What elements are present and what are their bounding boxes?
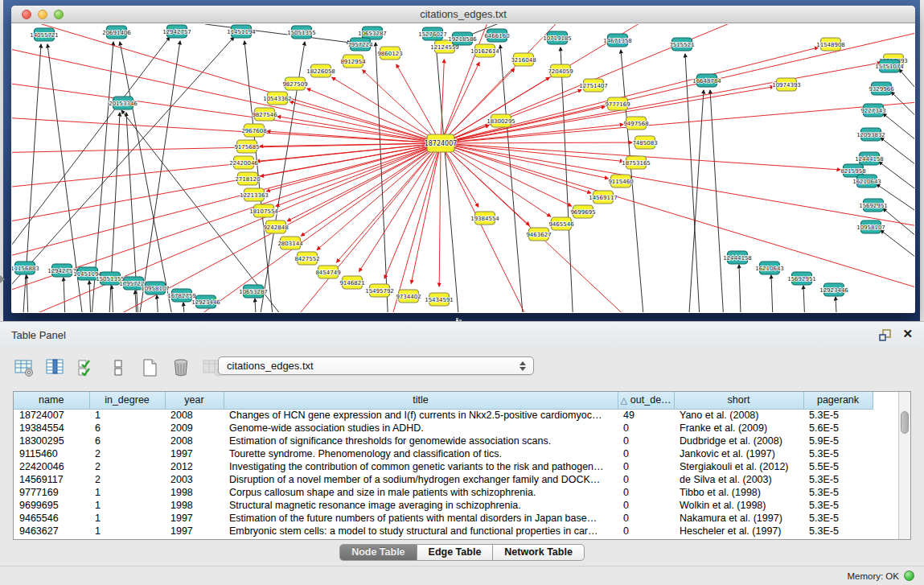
- graph-edge[interactable]: [120, 42, 181, 312]
- graph-node[interactable]: 18226058: [306, 64, 335, 77]
- graph-node[interactable]: 7204059: [548, 64, 573, 77]
- graph-node[interactable]: 2967608: [241, 124, 266, 137]
- graph-node[interactable]: 9242848: [263, 220, 288, 233]
- graph-edge[interactable]: [376, 43, 390, 312]
- close-panel-icon[interactable]: ✕: [902, 327, 913, 341]
- network-graph[interactable]: 1872400712124559986012389129541822605898…: [12, 24, 914, 312]
- network-canvas[interactable]: 1872400712124559986012389129541822605898…: [12, 24, 914, 312]
- graph-node[interactable]: 14055721: [30, 28, 59, 41]
- graph-node[interactable]: 9146821: [339, 276, 364, 289]
- graph-node[interactable]: 19384554: [470, 212, 499, 225]
- graph-edge[interactable]: [891, 92, 914, 137]
- graph-node[interactable]: 9777169: [605, 97, 630, 110]
- graph-node[interactable]: 10974393: [772, 78, 801, 91]
- graph-edge[interactable]: [332, 77, 441, 143]
- table-row[interactable]: 969969511998Structural magnetic resonanc…: [14, 499, 873, 512]
- graph-node[interactable]: 9699695: [570, 205, 595, 218]
- graph-node[interactable]: 11156883: [12, 262, 39, 274]
- graph-node[interactable]: 11451194: [227, 25, 256, 38]
- graph-node[interactable]: 14671358: [603, 34, 632, 47]
- graph-node[interactable]: 9734402: [396, 290, 421, 303]
- graph-node[interactable]: 8454749: [315, 266, 340, 278]
- table-row[interactable]: 1938455462009Genome-wide association stu…: [14, 422, 873, 435]
- graph-node[interactable]: 22420046: [229, 156, 258, 169]
- graph-node[interactable]: 12444158: [723, 251, 752, 264]
- graph-edge[interactable]: [883, 208, 914, 253]
- graph-edge[interactable]: [439, 143, 441, 286]
- graph-node[interactable]: 8427552: [294, 252, 319, 265]
- graph-node[interactable]: 20691406: [102, 26, 131, 39]
- graph-edge[interactable]: [739, 265, 742, 312]
- new-table-button[interactable]: [138, 357, 161, 380]
- graph-edge[interactable]: [561, 47, 575, 312]
- graph-edge[interactable]: [881, 138, 914, 181]
- graph-edge[interactable]: [157, 295, 161, 312]
- network-window-titlebar[interactable]: citations_edges.txt: [11, 6, 915, 23]
- table-row[interactable]: 977716911998Corpus callosum shape and si…: [14, 486, 873, 499]
- graph-edge[interactable]: [89, 281, 92, 312]
- graph-node[interactable]: 10958107: [856, 220, 885, 233]
- table-row[interactable]: 946554611997Estimation of the future num…: [14, 512, 873, 525]
- graph-edge[interactable]: [112, 286, 115, 312]
- column-header-title[interactable]: title: [224, 392, 618, 409]
- graph-node[interactable]: 10653287: [239, 285, 268, 298]
- graph-edge[interactable]: [276, 143, 441, 206]
- graph-node[interactable]: 11548908: [816, 38, 845, 51]
- graph-edge[interactable]: [881, 230, 914, 274]
- graph-edge[interactable]: [436, 43, 462, 312]
- graph-node[interactable]: 12942757: [162, 25, 191, 38]
- graph-edge[interactable]: [441, 143, 572, 206]
- graph-node[interactable]: 7957224: [347, 38, 373, 51]
- tab-network-table[interactable]: Network Table: [493, 544, 585, 561]
- graph-node[interactable]: 18753165: [622, 156, 651, 169]
- graph-node[interactable]: 3216048: [511, 53, 536, 66]
- table-row[interactable]: 911546021997Tourette syndrome. Phenomeno…: [14, 447, 873, 460]
- column-header-out_degree[interactable]: △out_de…: [618, 392, 674, 409]
- graph-node[interactable]: 10958107: [141, 282, 170, 295]
- graph-node[interactable]: 8912954: [340, 55, 366, 68]
- column-header-in_degree[interactable]: in_degree: [89, 392, 165, 409]
- graph-edge[interactable]: [12, 80, 441, 143]
- graph-node[interactable]: 2803144: [277, 237, 303, 249]
- graph-node[interactable]: 15276027: [418, 27, 447, 40]
- graph-node[interactable]: 15692951: [787, 272, 816, 285]
- graph-edge[interactable]: [883, 113, 914, 157]
- graph-node[interactable]: 9227343: [860, 104, 885, 117]
- graph-node[interactable]: 12923446: [819, 283, 848, 296]
- table-settings-button[interactable]: [13, 357, 35, 380]
- graph-node[interactable]: 9827546: [252, 108, 277, 121]
- graph-node[interactable]: 15434591: [425, 293, 454, 306]
- table-row[interactable]: 1456911722003Disruption of a novel membe…: [14, 473, 873, 486]
- table-row[interactable]: 946362711997Embryonic stem cells: a mode…: [14, 525, 873, 538]
- graph-edge[interactable]: [301, 143, 441, 236]
- graph-edge[interactable]: [157, 143, 441, 312]
- graph-node[interactable]: 16210643: [755, 262, 784, 274]
- graph-edge[interactable]: [441, 125, 623, 143]
- graph-node[interactable]: 15495792: [365, 284, 394, 297]
- graph-node[interactable]: 7485083: [632, 136, 657, 149]
- graph-node[interactable]: 20153346: [109, 97, 138, 109]
- graph-node[interactable]: 9463627: [526, 228, 551, 241]
- vertical-scrollbar[interactable]: [898, 392, 910, 539]
- graph-edge[interactable]: [12, 117, 441, 143]
- float-window-icon[interactable]: [879, 328, 892, 341]
- graph-node[interactable]: 18300295: [487, 114, 515, 127]
- graph-edge[interactable]: [27, 275, 30, 312]
- graph-node[interactable]: 15692951: [859, 199, 888, 212]
- graph-node[interactable]: 12444158: [855, 152, 884, 165]
- graph-edge[interactable]: [803, 286, 807, 312]
- column-header-year[interactable]: year: [165, 392, 224, 409]
- delete-table-button[interactable]: [170, 357, 192, 380]
- graph-edge[interactable]: [836, 297, 839, 312]
- graph-node[interactable]: 12093832: [856, 128, 885, 141]
- table-selector-dropdown[interactable]: citations_edges.txt: [218, 356, 534, 375]
- table-row[interactable]: 1872400712008Changes of HCN gene express…: [14, 409, 873, 422]
- graph-edge[interactable]: [899, 69, 914, 113]
- graph-edge[interactable]: [12, 37, 170, 266]
- graph-edge[interactable]: [441, 60, 444, 143]
- graph-node[interactable]: 12213363: [240, 188, 269, 201]
- tab-edge-table[interactable]: Edge Table: [417, 544, 494, 561]
- graph-node[interactable]: 2718120: [235, 172, 260, 185]
- graph-hub-node[interactable]: 18724007: [425, 134, 458, 152]
- show-columns-button[interactable]: [44, 357, 67, 380]
